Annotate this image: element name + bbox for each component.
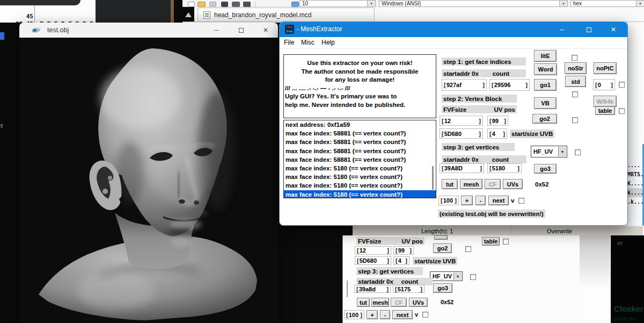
uvb-start-field[interactable]: 5D680 [355,256,391,265]
encoding-combo[interactable]: Windows (ANSI)▼ [379,0,568,7]
fvfsize-field[interactable]: 12 [355,246,391,255]
uvpos-field[interactable]: 99 [487,116,508,126]
vertices-count-field[interactable]: 5175 [393,285,425,293]
step-field[interactable]: 100 [344,310,364,319]
minimize-button[interactable]: ─ [204,23,229,38]
chevron-down-icon[interactable]: ▼ [367,1,375,6]
vertices-addr-field[interactable]: 39a8d [354,285,391,293]
cb-zero[interactable] [619,82,625,88]
maximize-button[interactable] [577,22,601,37]
menu-file[interactable]: File [284,39,294,46]
log-row[interactable]: max face index: 5180 (== vertex count?) [284,164,436,173]
word-button[interactable]: Word [534,63,557,75]
open-folder-icon[interactable] [197,2,206,7]
table-button[interactable]: table [595,106,615,115]
next-button[interactable]: next [488,196,509,205]
mode-combo[interactable]: hex▼ [570,0,644,7]
table-button[interactable]: table [482,237,500,246]
go3-button[interactable]: go3 [433,283,452,293]
uvb-count-field[interactable]: 4 [393,256,409,265]
std-button[interactable]: std [565,76,586,87]
cb-table[interactable] [619,108,625,114]
log-row[interactable]: max face index: 58881 (== vertex count?) [284,129,436,138]
nostr-button[interactable]: noStr [565,62,587,74]
format-dropdown[interactable]: HF_UV▼ [531,146,567,157]
uvs-button[interactable]: UVs [503,179,523,189]
viewport[interactable] [19,38,278,323]
chevron-down-icon[interactable]: ▼ [453,272,462,280]
tut-button[interactable]: tut [442,179,458,189]
warning-line: The author cannot be made responsible [284,68,436,76]
cb-std[interactable] [572,91,578,97]
vertices-count-field[interactable]: 5180 [487,163,522,173]
log-row[interactable]: max face index: 5180 (== vertex count?) [284,173,436,181]
scroll-up-block[interactable] [182,7,194,22]
save-icon[interactable] [209,2,216,7]
go2-button[interactable]: go2 [433,243,452,253]
cb-go2[interactable] [465,246,471,252]
maximize-button[interactable] [229,23,253,38]
close-button[interactable]: ✕ [253,23,278,38]
cb-table[interactable] [503,239,509,245]
log-row[interactable]: max face index: 58881 (== vertex count?) [284,138,436,146]
log-row[interactable]: max face index: 5180 (== vertex count?) [284,181,436,190]
fvfsize-field[interactable]: 12 [440,116,483,126]
menu-help[interactable]: Help [321,39,335,46]
next-button[interactable]: next [392,310,413,319]
minus-button[interactable]: - [475,196,486,205]
vb-button-partial[interactable] [434,235,448,240]
chip-icon[interactable] [221,2,228,7]
close-button[interactable]: ✕ [602,22,625,37]
faces-count-field[interactable]: 29596 [489,79,530,91]
minus-button[interactable]: - [380,310,390,319]
uvs-button[interactable]: UVs [409,298,428,307]
vb-button[interactable]: VB [534,97,557,109]
faces-addr-field[interactable]: 927af [442,79,487,91]
cb-next[interactable] [518,198,524,204]
cb-next[interactable] [422,312,428,318]
go2-button[interactable]: go2 [532,114,557,124]
log-row[interactable]: max face index: 5180 (== vertex count?) [284,190,436,199]
uvb-start-field[interactable]: 5D680 [440,128,483,139]
go3-button[interactable]: go3 [534,164,557,174]
cb-go2[interactable] [572,117,578,123]
printer-icon[interactable] [232,2,240,7]
log-row[interactable]: next address: 0xf1a59 [284,120,436,129]
font-size-combo[interactable]: 10▼ [299,0,376,7]
extraction-log[interactable]: next address: 0xf1a59max face index: 588… [283,120,436,198]
table-icon[interactable] [291,2,299,7]
log-row[interactable]: max face index: 58881 (== vertex count?) [284,147,436,155]
uvpos-field[interactable]: 99 [393,246,414,255]
noptc-button[interactable]: noPtC [594,62,617,74]
uvb-count-field[interactable]: 4 [487,128,507,139]
tut-button[interactable]: tut [357,298,370,307]
minimize-button[interactable]: ─ [550,22,574,37]
mesh-button[interactable]: mesh [460,179,482,189]
step-field[interactable]: 100 [438,196,459,205]
cb-lite[interactable] [572,55,577,61]
document-tab[interactable]: head_brandon_royval_model.mcd [197,8,375,22]
vertices-addr-field[interactable]: 39A8D [440,163,484,173]
log-scroll-thumb[interactable] [432,166,434,190]
cb-format[interactable] [470,274,476,280]
log-row[interactable]: max face index: 58881 (== vertex count?) [284,155,436,164]
cb-format[interactable] [575,149,581,155]
menu-misc[interactable]: Misc [301,39,314,46]
chevron-down-icon[interactable]: ▼ [636,1,644,6]
plus-button[interactable]: + [461,196,473,205]
plus-button[interactable]: + [367,310,378,319]
globe-icon[interactable] [243,2,251,7]
format-dropdown[interactable]: HF_UV▼ [430,271,463,281]
chevron-down-icon[interactable]: ▼ [558,147,566,156]
new-file-icon[interactable] [188,2,195,7]
viewer-titlebar[interactable]: test.obj ─ ✕ [19,23,278,38]
chevron-down-icon[interactable]: ▼ [559,1,567,6]
hex-ascii-strip: ....MRTS.K......k.......k...... [627,22,644,226]
go1-button[interactable]: go1 [534,79,557,91]
extractor-titlebar[interactable]: Hex 2obj - MeshExtractor ─ ✕ [280,22,627,37]
status-overwrite[interactable]: Overwrite [547,228,572,234]
lite-button[interactable]: litE [534,50,557,62]
warning-line: /// ... .... .- -.- — - .- -.- /// [284,84,436,93]
zero-field[interactable]: 0 [593,79,615,90]
mesh-button[interactable]: mesh [371,298,389,307]
